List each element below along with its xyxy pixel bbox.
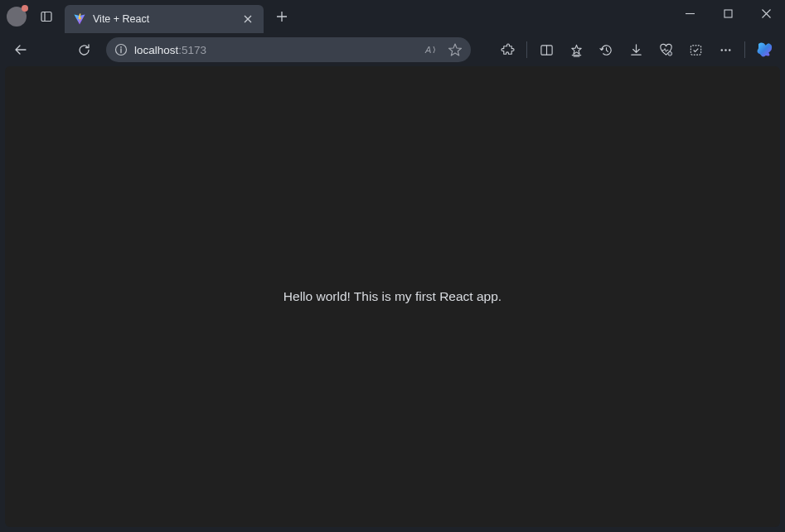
- history-button[interactable]: [592, 36, 620, 63]
- url-text[interactable]: localhost:5173: [134, 44, 418, 56]
- svg-point-14: [728, 49, 729, 51]
- maximize-icon: [724, 9, 733, 18]
- copilot-button[interactable]: [750, 36, 778, 63]
- page-viewport: Hello world! This is my first React app.: [5, 66, 780, 527]
- toolbar-separator: [744, 41, 745, 58]
- window-close-button[interactable]: [747, 0, 785, 27]
- svg-point-13: [724, 49, 726, 51]
- tab-actions-button[interactable]: [33, 3, 60, 30]
- site-info-icon[interactable]: [114, 43, 128, 56]
- url-host: localhost: [134, 44, 178, 56]
- svg-point-10: [667, 51, 671, 56]
- browser-toolbar: localhost:5173 A: [0, 33, 785, 66]
- toolbar-separator: [526, 41, 527, 58]
- settings-menu-button[interactable]: [711, 36, 739, 63]
- browser-titlebar: Vite + React: [0, 0, 785, 33]
- extensions-button[interactable]: [493, 36, 521, 63]
- downloads-icon: [629, 43, 643, 57]
- close-icon: [762, 9, 771, 18]
- browser-tab[interactable]: Vite + React: [65, 5, 264, 33]
- tab-close-button[interactable]: [240, 12, 255, 27]
- svg-point-4: [120, 46, 122, 48]
- plus-icon: [276, 11, 288, 22]
- vite-favicon-icon: [73, 12, 86, 26]
- history-icon: [599, 43, 613, 57]
- more-horizontal-icon: [719, 43, 733, 57]
- refresh-icon: [77, 43, 91, 57]
- heart-pulse-icon: [659, 43, 673, 57]
- close-icon: [244, 15, 252, 23]
- window-minimize-button[interactable]: [671, 0, 709, 27]
- favorites-button[interactable]: [562, 36, 590, 63]
- tab-title: Vite + React: [93, 13, 234, 25]
- window-controls: [671, 0, 785, 33]
- split-screen-button[interactable]: [532, 36, 560, 63]
- profile-avatar-button[interactable]: [7, 7, 27, 27]
- split-screen-icon: [540, 43, 554, 57]
- window-maximize-button[interactable]: [709, 0, 747, 27]
- arrow-left-icon: [13, 42, 28, 57]
- svg-rect-0: [41, 12, 51, 22]
- svg-point-12: [720, 49, 722, 51]
- minimize-icon: [686, 9, 695, 18]
- svg-text:A: A: [424, 45, 431, 55]
- tab-actions-icon: [40, 10, 53, 23]
- new-tab-button[interactable]: [269, 3, 295, 30]
- address-bar[interactable]: localhost:5173 A: [106, 37, 471, 62]
- browser-essentials-icon: [689, 43, 703, 57]
- svg-rect-11: [691, 45, 700, 54]
- favorites-icon: [569, 43, 584, 57]
- svg-rect-2: [724, 10, 732, 17]
- page-body-text: Hello world! This is my first React app.: [283, 289, 502, 304]
- nav-refresh-button[interactable]: [70, 36, 98, 63]
- nav-back-button[interactable]: [7, 36, 35, 63]
- read-aloud-icon[interactable]: A: [424, 42, 439, 57]
- copilot-icon: [753, 38, 776, 61]
- downloads-button[interactable]: [622, 36, 650, 63]
- browser-essentials-button[interactable]: [681, 36, 710, 63]
- favorite-star-icon[interactable]: [448, 42, 463, 57]
- url-port: :5173: [178, 44, 206, 56]
- extensions-icon: [501, 43, 515, 57]
- performance-button[interactable]: [652, 36, 680, 63]
